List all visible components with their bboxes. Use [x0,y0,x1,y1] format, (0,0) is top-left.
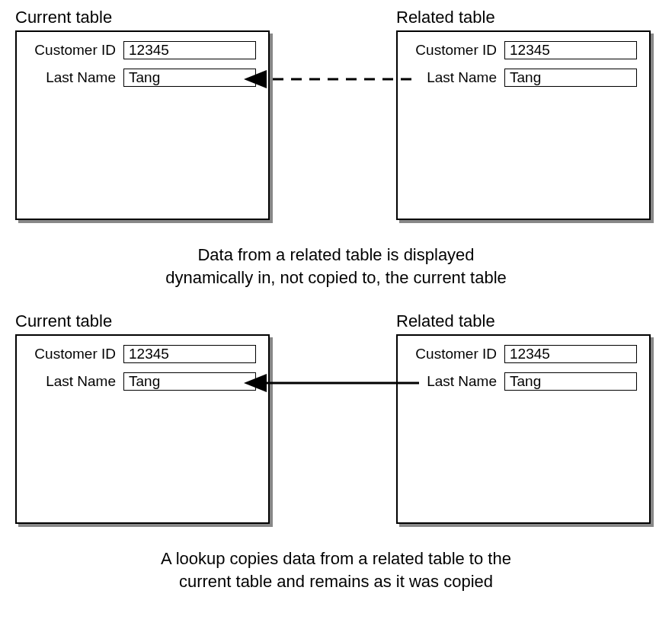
panel-title-related: Related table [396,8,495,27]
field-label: Last Name [408,69,504,86]
field-value: Tang [504,372,637,391]
panel-title-current: Current table [15,8,112,27]
caption-dynamic: Data from a related table is displayeddy… [8,244,664,289]
caption-lookup: A lookup copies data from a related tabl… [8,547,664,592]
field-label: Last Name [27,373,123,390]
field-value: 12345 [123,41,256,59]
field-value: 12345 [123,345,256,363]
field-value: 12345 [504,345,637,363]
field-label: Last Name [408,373,504,390]
field-row: Last Name Tang [398,372,649,391]
related-table-panel: Customer ID 12345 Last Name Tang [396,30,651,220]
field-value: Tang [123,69,256,87]
field-row: Last Name Tang [17,69,268,87]
diagram-section-dynamic: Current table Related table Customer ID … [8,8,664,236]
field-row: Customer ID 12345 [17,345,268,363]
related-table-panel: Customer ID 12345 Last Name Tang [396,334,651,524]
diagram-section-lookup: Current table Related table Customer ID … [8,311,664,540]
panel-title-current: Current table [15,311,112,331]
current-table-panel: Customer ID 12345 Last Name Tang [15,30,270,220]
field-label: Customer ID [408,346,504,362]
field-value: 12345 [504,41,637,59]
field-value: Tang [504,69,637,87]
field-row: Last Name Tang [17,372,268,391]
field-row: Customer ID 12345 [398,345,649,363]
field-label: Customer ID [27,42,123,59]
field-label: Customer ID [408,42,504,59]
panel-title-related: Related table [396,311,495,331]
field-row: Customer ID 12345 [398,41,649,59]
field-label: Customer ID [27,346,123,362]
current-table-panel: Customer ID 12345 Last Name Tang [15,334,270,524]
field-value: Tang [123,372,256,391]
field-label: Last Name [27,69,123,86]
field-row: Last Name Tang [398,69,649,87]
field-row: Customer ID 12345 [17,41,268,59]
